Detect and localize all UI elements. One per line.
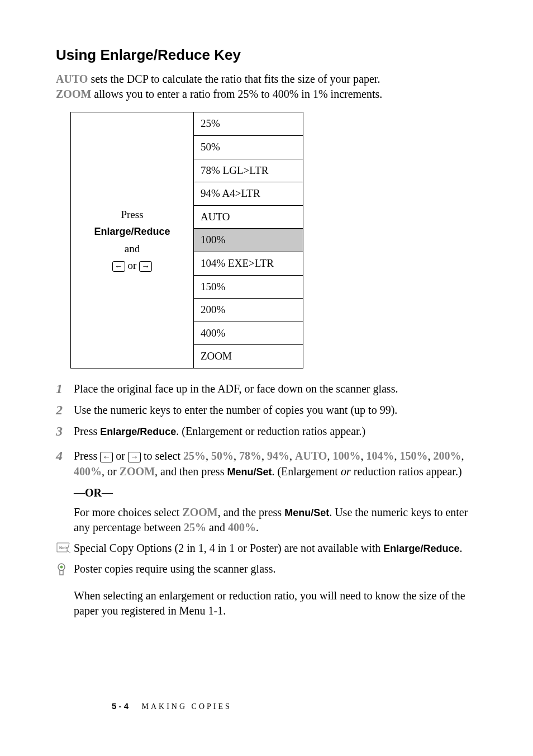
zoom-text: allows you to enter a ratio from 25% to … [91,88,382,100]
step-4-select: to select [141,450,183,462]
step-4-end: . (Enlargement [272,465,340,478]
footer-page-num: 5 - 4 [112,701,129,711]
enlarge-reduce-label: Enlarge/Reduce [94,226,170,237]
s4b-and: and [206,521,228,533]
step-4-alt: For more choices select ZOOM, and the pr… [74,505,483,535]
svg-text:Note: Note [59,546,68,550]
table-row: 25% [194,112,303,136]
right-arrow-icon: → [139,261,152,272]
s4b-400: 400% [228,521,256,533]
press-label: Press [121,209,143,220]
step-3-enlarge-reduce: Enlarge/Reduce [100,426,176,437]
table-row: 200% [194,299,303,322]
step-1: Place the original face up in the ADF, o… [56,381,483,396]
table-row: 78% LGL>LTR [194,159,303,182]
step-4-400: 400% [74,465,102,478]
auto-label: AUTO [56,73,88,85]
heading-enlarge-reduce: Using Enlarge/Reduce Key [56,45,483,65]
step-4-then: , and then press [155,465,227,478]
step-4-150: 150% [399,450,427,462]
note-3: When selecting an enlargement or reducti… [56,588,483,618]
s4b-a: For more choices select [74,506,182,518]
table-row: 104% EXE>LTR [194,252,303,275]
table-row: 94% A4>LTR [194,182,303,206]
step-3: Press Enlarge/Reduce. (Enlargement or re… [56,423,483,439]
step-4-auto: AUTO [295,450,327,462]
note-1-c: . [459,542,462,554]
right-arrow-icon: → [128,452,141,463]
table-row-selected: 100% [194,229,303,252]
s4b-25: 25% [184,521,206,533]
step-3-c: . (Enlargement or reduction ratios appea… [176,425,365,437]
step-2: Use the numeric keys to enter the number… [56,402,483,418]
ratio-table: Press Enlarge/Reduce and ← or → 25% 50% … [70,112,303,368]
left-arrow-icon: ← [112,261,125,272]
step-4-104: 104% [366,450,394,462]
intro-paragraph: AUTO sets the DCP to calculate the ratio… [56,72,483,102]
step-4-25: 25% [183,450,206,462]
zoom-label: ZOOM [56,88,91,100]
table-row: ZOOM [194,345,303,368]
note-icon: Note [56,541,74,554]
note-1-a: Special Copy Options (2 in 1, 4 in 1 or … [74,542,383,554]
left-arrow-icon: ← [100,452,113,463]
step-3-a: Press [74,425,100,437]
note-1: Note Special Copy Options (2 in 1, 4 in … [56,541,483,556]
step-4-94: 94% [267,450,289,462]
s4b-b: , and the press [218,506,284,518]
s4b-d: . [256,521,259,533]
step-2-text: Use the numeric keys to enter the number… [74,404,397,416]
table-left-cell: Press Enlarge/Reduce and ← or → [71,112,194,368]
auto-text: sets the DCP to calculate the ratio that… [88,73,380,85]
table-row: 50% [194,135,303,159]
and-label: and [125,243,140,254]
or-separator: —OR— [74,485,483,500]
lightbulb-icon [56,561,74,578]
or-label: or [125,259,139,271]
table-row: 400% [194,322,303,345]
table-row: AUTO [194,205,303,229]
step-4-menuset: Menu/Set [227,466,272,478]
note-3-spacer [56,588,74,589]
table-row: 150% [194,275,303,299]
s4b-menuset: Menu/Set [284,507,329,518]
note-2-text: Poster copies require using the scanner … [74,561,483,577]
svg-rect-3 [60,570,63,575]
step-1-text: Place the original face up in the ADF, o… [74,382,398,395]
step-4-end2: reduction ratios appear.) [351,465,462,478]
step-4-or: or [113,450,128,462]
step-4-orzoom: , or [102,465,120,478]
step-4-50: 50% [211,450,234,462]
step-4-100: 100% [332,450,360,462]
step-4-press: Press [74,450,100,462]
footer-title: MAKING COPIES [142,702,232,711]
note-2: Poster copies require using the scanner … [56,561,483,578]
svg-point-2 [60,566,63,569]
step-4-78: 78% [239,450,261,462]
note-1-enlarge-reduce: Enlarge/Reduce [383,543,459,554]
s4b-zoom: ZOOM [182,506,217,518]
step-4-200: 200% [433,450,461,462]
steps-list: Place the original face up in the ADF, o… [56,381,483,479]
note-3-text: When selecting an enlargement or reducti… [74,588,483,618]
step-4-zoom: ZOOM [120,465,155,478]
step-4: Press ← or → to select 25%, 50%, 78%, 94… [56,448,483,479]
page-footer: 5 - 4 MAKING COPIES [112,700,232,712]
step-4-or-ital: or [341,465,351,478]
or-text: OR [85,486,102,499]
